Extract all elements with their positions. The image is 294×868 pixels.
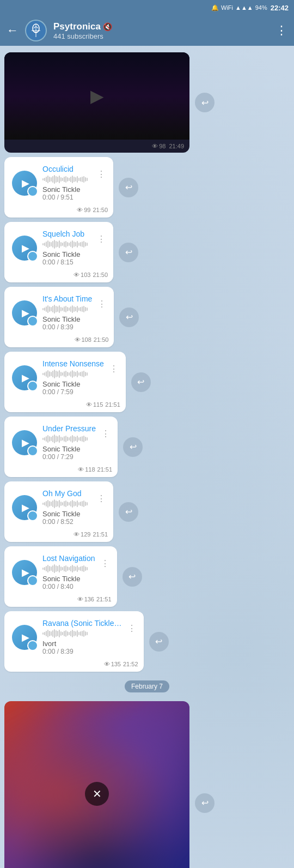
- waveform-bar: [59, 630, 60, 637]
- waveform-bar: [56, 630, 57, 637]
- waveform-bar: [69, 632, 70, 635]
- share-button-its-about-time[interactable]: ↩: [119, 308, 139, 327]
- play-icon-lost-navigation: ▶: [22, 566, 29, 578]
- waveform-bar: [75, 437, 76, 441]
- waveform-bar: [74, 436, 75, 442]
- track-more-button-oh-my-god[interactable]: ⋮: [97, 493, 106, 504]
- waveform-bar: [65, 436, 66, 442]
- track-views-intense-nonsense: 👁 115: [86, 401, 103, 408]
- track-bubble-its-about-time: ▶ ↓ It's About Time Sonic Tickle 0:00 / …: [4, 287, 114, 347]
- track-more-button-intense-nonsense[interactable]: ⋮: [109, 364, 118, 374]
- waveform-bar: [83, 176, 84, 183]
- share-icon-first: ↩: [201, 98, 209, 108]
- waveform-bar: [42, 568, 44, 570]
- track-meta-oh-my-god: 👁 129 21:51: [10, 531, 108, 538]
- waveform-bar: [57, 566, 58, 571]
- waveform-bar: [51, 177, 52, 182]
- track-artist-intense-nonsense: Sonic Tickle: [42, 380, 104, 388]
- waveform-bar: [44, 243, 45, 246]
- track-title-under-pressure: Under Pressure: [42, 424, 96, 433]
- channel-title[interactable]: Psytronica 🔇: [53, 21, 269, 32]
- waveform-bar: [78, 308, 79, 311]
- track-title-lost-navigation: Lost Navigation: [42, 554, 95, 563]
- track-bubble-occulicid: ▶ ↓ Occulicid Sonic Tickle 0:00 / 9:51 ⋮…: [4, 157, 113, 218]
- share-button-squelch-job[interactable]: ↩: [119, 243, 138, 262]
- share-button-oh-my-god[interactable]: ↩: [119, 502, 138, 522]
- waveform-bar: [42, 373, 44, 375]
- date-badge: February 7: [125, 680, 169, 692]
- track-row-squelch-job: ▶ ↓ Squelch Job Sonic Tickle 0:00 / 8:15…: [0, 220, 294, 285]
- track-title-ravana: Ravana (Sonic Tickle…: [42, 619, 122, 628]
- waveform-bar: [75, 372, 76, 376]
- play-button-under-pressure[interactable]: ▶ ↓: [12, 430, 37, 455]
- waveform-bar: [72, 435, 73, 443]
- waveform-bar: [46, 177, 47, 182]
- download-indicator-oh-my-god: ↓: [29, 512, 38, 521]
- waveform-bar: [83, 630, 84, 637]
- message-row-first: ▶ 👁 98 21:49 ↩: [0, 50, 294, 155]
- track-artist-lost-navigation: Sonic Tickle: [42, 575, 95, 583]
- share-button-first[interactable]: ↩: [195, 93, 215, 112]
- waveform-bar: [85, 307, 86, 311]
- share-button-image[interactable]: ↩: [195, 793, 215, 813]
- more-menu-button[interactable]: ⋮: [275, 23, 287, 38]
- waveform-bar: [75, 502, 76, 506]
- track-list: ▶ ↓ Occulicid Sonic Tickle 0:00 / 9:51 ⋮…: [0, 155, 294, 674]
- waveform-bar: [87, 567, 88, 570]
- play-button-its-about-time[interactable]: ▶ ↓: [12, 300, 37, 326]
- track-more-button-occulicid[interactable]: ⋮: [97, 169, 106, 179]
- waveform-bar: [44, 308, 45, 311]
- track-more-button-lost-navigation[interactable]: ⋮: [101, 558, 109, 569]
- play-button-lost-navigation[interactable]: ▶ ↓: [12, 560, 37, 585]
- share-button-occulicid[interactable]: ↩: [119, 178, 138, 197]
- waveform-bar: [59, 435, 60, 443]
- waveform-bar: [67, 631, 68, 636]
- track-more-button-squelch-job[interactable]: ⋮: [97, 234, 106, 244]
- cancel-download-button[interactable]: ✕: [85, 782, 109, 806]
- status-icons: 🔔 WiFi ▲▲▲ 94%: [211, 4, 267, 11]
- waveform-bar: [72, 630, 73, 637]
- waveform-bar: [52, 176, 53, 183]
- track-info-under-pressure: Under Pressure Sonic Tickle 0:00 / 7:29: [42, 424, 96, 461]
- waveform-bar: [54, 305, 55, 314]
- image-area[interactable]: ✕: [4, 701, 189, 868]
- video-thumbnail[interactable]: ▶: [4, 52, 189, 140]
- waveform-bar: [54, 370, 55, 378]
- track-title-oh-my-god: Oh My God: [42, 489, 91, 498]
- track-more-button-under-pressure[interactable]: ⋮: [101, 429, 110, 439]
- track-more-button-its-about-time[interactable]: ⋮: [97, 299, 106, 309]
- track-timestamp-ravana: 21:52: [123, 661, 138, 667]
- play-button-intense-nonsense[interactable]: ▶ ↓: [12, 365, 37, 390]
- waveform-bar: [56, 306, 57, 312]
- track-artist-squelch-job: Sonic Tickle: [42, 250, 91, 258]
- back-button[interactable]: ←: [7, 23, 19, 38]
- waveform-bar: [51, 566, 52, 571]
- share-button-ravana[interactable]: ↩: [149, 632, 169, 652]
- waveform-bar: [69, 243, 70, 246]
- track-views-ravana: 👁 135: [104, 661, 121, 667]
- waveform-bar: [42, 178, 44, 180]
- share-button-intense-nonsense[interactable]: ↩: [131, 372, 151, 392]
- track-title-squelch-job: Squelch Job: [42, 230, 91, 238]
- track-time-under-pressure: 0:00 / 7:29: [42, 453, 96, 461]
- image-post-row: ✕ 420 👁 112 edited 01:19 ↩: [0, 699, 294, 868]
- waveform-bar: [72, 305, 73, 313]
- track-info-squelch-job: Squelch Job Sonic Tickle 0:00 / 8:15: [42, 230, 91, 266]
- share-button-lost-navigation[interactable]: ↩: [122, 567, 142, 587]
- waveform-bar: [82, 566, 83, 571]
- waveform-bar: [82, 242, 83, 247]
- download-indicator-squelch-job: ↓: [29, 252, 38, 261]
- play-button-ravana[interactable]: ▶ ↓: [12, 625, 37, 650]
- waveform-bar: [59, 305, 60, 313]
- channel-avatar[interactable]: [25, 20, 47, 41]
- muted-icon: 🔇: [103, 22, 112, 31]
- track-meta-under-pressure: 👁 118 21:51: [10, 466, 112, 473]
- play-button-squelch-job[interactable]: ▶ ↓: [12, 236, 37, 261]
- track-info-occulicid: Occulicid Sonic Tickle 0:00 / 9:51: [42, 165, 91, 201]
- track-more-button-ravana[interactable]: ⋮: [127, 623, 136, 634]
- share-button-under-pressure[interactable]: ↩: [123, 437, 143, 457]
- channel-header: ← Psytronica 🔇 441 subscribers ⋮: [0, 15, 294, 46]
- play-button-oh-my-god[interactable]: ▶ ↓: [12, 495, 37, 520]
- waveform-bar: [83, 501, 84, 507]
- play-button-occulicid[interactable]: ▶ ↓: [12, 171, 37, 196]
